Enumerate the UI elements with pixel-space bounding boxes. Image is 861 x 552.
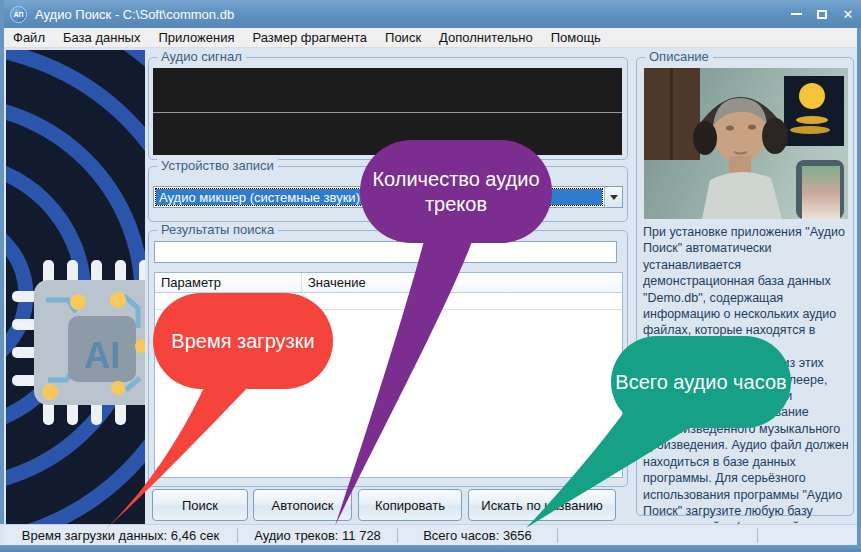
autosearch-button[interactable]: Автопоиск: [253, 489, 352, 521]
status-track-count: Аудио треков: 11 728: [238, 525, 397, 545]
audio-signal-group: Аудио сигнал: [148, 57, 628, 160]
recording-device-group: Устройство записи Аудио микшер (системны…: [148, 166, 628, 222]
search-results-label: Результаты поиска: [157, 222, 278, 237]
webcam-photo: [644, 68, 848, 219]
recording-device-select[interactable]: Аудио микшер (системные звуки): [153, 186, 623, 208]
column-header-value[interactable]: Значение: [302, 273, 372, 292]
close-icon: ✕: [843, 7, 854, 22]
dropdown-button[interactable]: [604, 187, 622, 207]
copy-button[interactable]: Копировать: [358, 489, 462, 521]
menu-search[interactable]: Поиск: [376, 28, 430, 47]
status-bar: Время загрузки данных: 6,46 сек Аудио тр…: [4, 524, 857, 545]
minimize-button[interactable]: [783, 0, 809, 28]
close-button[interactable]: ✕: [835, 0, 861, 28]
results-table-header[interactable]: Параметр Значение: [155, 273, 622, 293]
status-separator: [757, 528, 758, 543]
chevron-down-icon: [610, 195, 618, 200]
maximize-button[interactable]: [809, 0, 835, 28]
menu-file[interactable]: Файл: [4, 28, 54, 47]
search-button[interactable]: Поиск: [152, 489, 248, 521]
status-total-hours: Всего часов: 3656: [398, 525, 557, 545]
menu-bar: Файл База данных Приложения Размер фрагм…: [4, 28, 857, 48]
minimize-icon: [791, 13, 802, 15]
description-label: Описание: [645, 49, 713, 64]
window-frame-left: [0, 0, 4, 524]
title-bar: АП Аудио Поиск - C:\Soft\common.db ✕: [0, 0, 861, 28]
audio-signal-label: Аудио сигнал: [157, 49, 246, 64]
description-group: Описание: [636, 57, 854, 516]
recording-device-selected-value: Аудио микшер (системные звуки): [156, 189, 602, 205]
webcam-photo-art: [644, 68, 848, 219]
table-row: [155, 293, 622, 310]
ai-chip-art: AI: [6, 50, 145, 524]
status-load-time: Время загрузки данных: 6,46 сек: [4, 525, 237, 545]
waveform-display: [153, 68, 622, 155]
menu-help[interactable]: Помощь: [542, 28, 610, 47]
column-header-parameter[interactable]: Параметр: [155, 273, 302, 292]
recording-device-label: Устройство записи: [157, 158, 278, 173]
app-icon: АП: [10, 6, 27, 23]
results-table[interactable]: Параметр Значение: [154, 272, 623, 478]
window-controls: ✕: [783, 0, 861, 28]
menu-extra[interactable]: Дополнительно: [430, 28, 542, 47]
maximize-icon: [817, 10, 827, 19]
svg-text:AI: AI: [84, 335, 120, 376]
window-frame-right: [857, 28, 861, 552]
menu-fragment[interactable]: Размер фрагмента: [243, 28, 376, 47]
description-text: При установке приложения "Аудио Поиск" а…: [643, 224, 850, 552]
status-empty: [558, 525, 757, 545]
search-result-input[interactable]: [154, 241, 617, 263]
window-title: Аудио Поиск - C:\Soft\common.db: [35, 7, 234, 22]
menu-apps[interactable]: Приложения: [149, 28, 243, 47]
window-frame-bottom: [0, 545, 861, 552]
search-by-name-button[interactable]: Искать по названию: [468, 489, 616, 521]
menu-database[interactable]: База данных: [54, 28, 149, 47]
search-results-group: Результаты поиска Параметр Значение: [148, 230, 628, 487]
waveform-baseline: [153, 112, 622, 113]
ai-chip-illustration: AI: [6, 50, 145, 524]
